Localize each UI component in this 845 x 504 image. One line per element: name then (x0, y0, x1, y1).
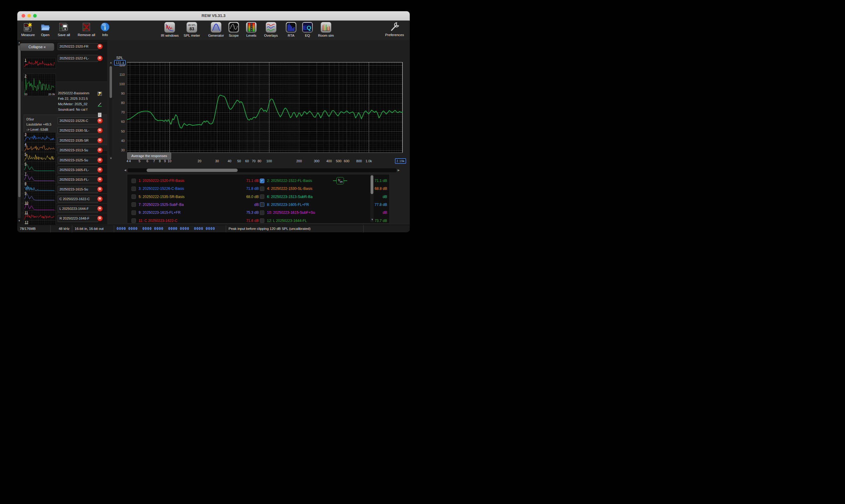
legend-checkbox[interactable] (132, 186, 136, 191)
measurement-name-field[interactable]: 20250222-1522-FL- (58, 55, 98, 62)
delete-measurement-icon[interactable]: ✕ (97, 55, 103, 61)
measurement-thumbnail[interactable]: 4 (23, 142, 56, 153)
legend-checkbox[interactable] (132, 202, 136, 207)
measure-button[interactable]: Measure (21, 22, 35, 37)
delete-measurement-icon[interactable]: ✕ (97, 138, 103, 143)
chart-scroll-left-icon[interactable]: ◀ (124, 169, 126, 172)
legend-row: 7: 20250223-1525-SubF-BadB (132, 201, 259, 208)
legend-checkbox[interactable] (260, 218, 264, 223)
measurement-thumbnail[interactable]: 11 (23, 211, 56, 221)
delete-measurement-icon[interactable]: ✕ (97, 206, 103, 212)
sidebar-scrollbar[interactable] (18, 44, 21, 218)
legend-label[interactable]: 11: C 20250223-1622-C (139, 219, 177, 223)
measurement-name-field[interactable]: 20250222-15226-C (58, 118, 98, 124)
delete-measurement-icon[interactable]: ✕ (97, 196, 103, 202)
remove-all-button[interactable]: Remove all (78, 22, 95, 37)
legend-checkbox[interactable] (260, 211, 264, 215)
measurement-thumbnail[interactable]: 1 (23, 58, 56, 69)
eq-button[interactable]: E Q EQ (302, 22, 313, 37)
generator-button[interactable]: Generator (208, 22, 224, 37)
spl-meter-button[interactable]: dB SPL 83 SPL meter (184, 22, 200, 37)
legend-checkbox[interactable] (132, 211, 136, 215)
measurement-name-field[interactable]: C 20250223-1622-C (58, 196, 98, 202)
legend-value: 71.6 dB (240, 219, 259, 223)
room-sim-button[interactable]: Room sim (318, 22, 334, 37)
measurement-name-field[interactable]: 20250222-1535-SR (58, 137, 98, 144)
legend-label[interactable]: 6: 20250223-1513-SubR-Ba (267, 195, 313, 199)
legend-label[interactable]: 1: 20250222-1520-FR-Basis (139, 179, 185, 183)
legend-label[interactable]: 9: 20250223-1615-FL+FR (139, 211, 180, 215)
legend-label[interactable]: 12: L 20250223-1644-FL (267, 219, 307, 223)
measurement-name-field[interactable]: L 20250223-1644-F (58, 205, 98, 212)
levels-button[interactable]: 0 3 6 9 Levels (246, 22, 257, 37)
spl-chart[interactable] (127, 62, 403, 153)
smoothing-badge[interactable]: 1⁄24 (333, 177, 347, 184)
legend-scroll-down-icon[interactable]: ▼ (371, 218, 374, 221)
overlays-button[interactable]: Overlays (264, 22, 278, 37)
measurement-thumbnail[interactable]: 3 (23, 132, 56, 143)
measurement-name-field[interactable]: 20250223-1615-FL- (58, 176, 98, 183)
save-edit-icon[interactable] (98, 91, 102, 96)
delete-measurement-icon[interactable]: ✕ (97, 157, 103, 163)
measurement-name-field[interactable]: 20250223-1513-Su (58, 147, 98, 154)
chart-horizontal-scrollbar[interactable] (128, 168, 396, 172)
delete-measurement-icon[interactable]: ✕ (97, 177, 103, 183)
measurement-thumbnail[interactable]: 8 (23, 181, 56, 192)
x-tick-label: 600 (344, 159, 349, 163)
measurement-thumbnail[interactable]: 22020.0k (23, 74, 56, 96)
pencil-icon[interactable] (98, 102, 102, 107)
measurement-thumbnail[interactable]: 9 (23, 191, 56, 202)
legend-label[interactable]: 7: 20250223-1525-SubF-Ba (139, 202, 184, 207)
measurement-name-field[interactable]: 20250222-1520-FR (58, 43, 98, 50)
measurement-thumbnail[interactable]: 7 (23, 172, 56, 182)
sidebar-scroll-down-icon[interactable]: ▼ (18, 219, 21, 222)
delete-measurement-icon[interactable]: ✕ (97, 216, 103, 221)
title-bar[interactable]: REW V5.31.3 (17, 11, 410, 21)
legend-label[interactable]: 4: 20250222-1530-SL-Basis (267, 186, 312, 191)
legend-checkbox[interactable] (260, 202, 264, 207)
chart-scroll-right-icon[interactable]: ▶ (398, 169, 400, 172)
legend-label[interactable]: 8: 20250223-1605-FL+FR (267, 202, 309, 207)
chart-scroll-down-icon[interactable]: ▼ (109, 157, 112, 160)
delete-measurement-icon[interactable]: ✕ (97, 128, 103, 133)
info-button[interactable]: i Info (100, 22, 110, 37)
legend-row: 1: 20250222-1520-FR-Basis71.1 dB (132, 177, 259, 184)
legend-checkbox[interactable] (132, 194, 136, 199)
measurement-name-field[interactable]: 20250222-1530-SL- (58, 127, 98, 134)
legend-scrollbar[interactable] (370, 174, 374, 222)
measurement-name-field[interactable]: 20250223-1615-Su (58, 186, 98, 193)
legend-checkbox[interactable]: ✓ (260, 179, 264, 183)
y-tick-label: 80 (116, 101, 125, 105)
chart-scroll-up-icon[interactable]: ▲ (109, 61, 112, 64)
open-button[interactable]: Open (40, 22, 50, 37)
scope-button[interactable]: Scope (228, 22, 239, 37)
notes-doc-icon[interactable] (98, 112, 102, 118)
rta-button[interactable]: RTA (286, 22, 296, 37)
legend-checkbox[interactable] (132, 218, 136, 223)
legend-checkbox[interactable] (260, 186, 264, 191)
delete-measurement-icon[interactable]: ✕ (97, 118, 103, 124)
x-axis-max-field[interactable]: 2.19k (395, 158, 406, 164)
legend-label[interactable]: 2: 20250222-1522-FL-Basis (267, 179, 312, 183)
ir-windows-button[interactable]: IR windows (161, 22, 179, 37)
legend-checkbox[interactable] (260, 194, 264, 199)
collapse-panel-button[interactable]: Collapse « (20, 43, 54, 51)
legend-label[interactable]: 3: 20250222-15226-C-Basis (139, 186, 184, 191)
delete-measurement-icon[interactable]: ✕ (97, 167, 103, 173)
legend-label[interactable]: 5: 20250222-1535-SR-Basis (139, 195, 185, 199)
chart-vertical-scrollbar[interactable] (109, 65, 112, 156)
measurement-name-field[interactable]: 20250223-1605-FL- (58, 166, 98, 174)
delete-measurement-icon[interactable]: ✕ (97, 44, 103, 50)
measurement-thumbnail[interactable]: 10 (23, 201, 56, 211)
preferences-button[interactable]: Preferences (385, 22, 404, 37)
legend-label[interactable]: 10: 20250223-1615-SubF+Su (267, 211, 315, 215)
measurement-thumbnail[interactable]: 5 (23, 152, 56, 163)
save-all-button[interactable]: Save all (58, 22, 70, 37)
average-responses-button[interactable]: Average the responses (127, 152, 171, 160)
delete-measurement-icon[interactable]: ✕ (97, 186, 103, 192)
delete-measurement-icon[interactable]: ✕ (97, 147, 103, 153)
measurement-name-field[interactable]: 20250223-1525-Su (58, 157, 98, 164)
measurement-thumbnail[interactable]: 6 (23, 162, 56, 172)
measurement-name-field[interactable]: R 20250223-1648-F (58, 215, 98, 222)
legend-checkbox[interactable] (132, 179, 136, 183)
